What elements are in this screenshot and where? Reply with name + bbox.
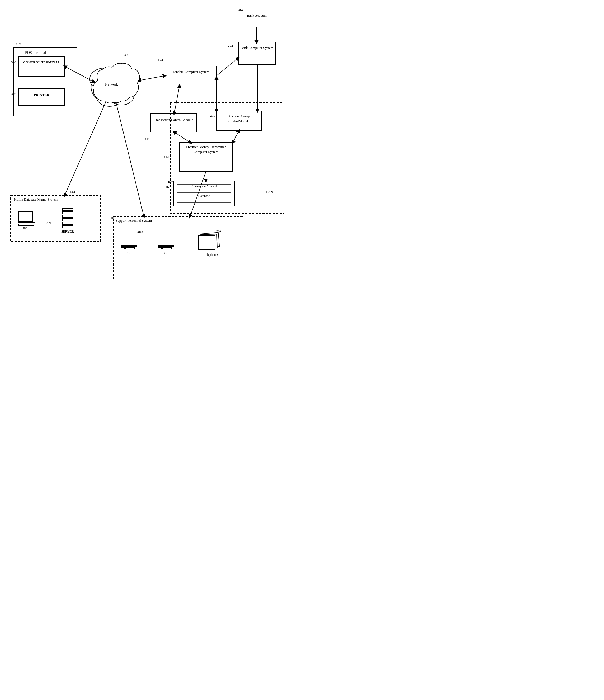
ref-312: 312 bbox=[70, 190, 75, 194]
transaction-account-top: Transaction Account bbox=[177, 184, 231, 188]
ref-302: 302 bbox=[158, 57, 163, 62]
bank-account-box: Bank Account bbox=[242, 13, 272, 18]
svg-line-21 bbox=[139, 76, 165, 80]
svg-line-31 bbox=[116, 103, 144, 217]
svg-point-4 bbox=[90, 68, 119, 90]
ref-202: 202 bbox=[228, 44, 233, 48]
ref-316: 316 bbox=[164, 185, 169, 189]
svg-rect-1 bbox=[19, 57, 65, 77]
svg-line-22 bbox=[217, 58, 238, 76]
svg-point-3 bbox=[91, 70, 136, 104]
pc-icon-support-b bbox=[158, 235, 174, 249]
svg-rect-10 bbox=[240, 10, 273, 27]
ref-306: 306 bbox=[11, 60, 16, 65]
pc-icon-support-a bbox=[121, 235, 137, 249]
svg-rect-8 bbox=[165, 66, 217, 86]
svg-line-25 bbox=[174, 86, 179, 114]
pc-label-support-b: PC bbox=[162, 251, 167, 255]
pc-label-support-a: PC bbox=[126, 251, 130, 255]
ref-310a: 310a bbox=[137, 230, 143, 233]
control-terminal-box: CONTROL TERMINAL bbox=[21, 60, 62, 65]
printer-box: PRINTER bbox=[21, 93, 62, 97]
tandem-box: Tandem Computer System bbox=[167, 69, 215, 74]
ref-211: 211 bbox=[145, 137, 150, 142]
server-icon bbox=[62, 208, 73, 228]
lan-main-label: LAN bbox=[266, 190, 273, 194]
svg-point-7 bbox=[109, 85, 134, 105]
svg-line-20 bbox=[65, 67, 94, 82]
transaction-control-box: Transaction Control Module bbox=[152, 118, 195, 122]
diagram: 112 POS Terminal CONTROL TERMINAL 306 PR… bbox=[0, 0, 302, 350]
svg-point-6 bbox=[96, 86, 123, 106]
pc-label-profile: PC bbox=[23, 226, 27, 230]
ref-303: 303 bbox=[124, 53, 129, 57]
support-personnel-label: Support Personnel System bbox=[116, 219, 152, 223]
svg-line-27 bbox=[174, 132, 190, 143]
profile-db-label: Profile Database Mgmt. System bbox=[14, 197, 57, 202]
transaction-account-bottom: Database bbox=[177, 194, 231, 198]
licensed-money-box: Licensed Money Transmitter Computer Syst… bbox=[181, 145, 231, 154]
bank-computer-box: Bank Computer System bbox=[240, 45, 274, 50]
pos-terminal-label: POS Terminal bbox=[25, 51, 46, 55]
ref-304: 304 bbox=[11, 92, 16, 96]
svg-rect-0 bbox=[14, 48, 77, 116]
telephones-label: Telephones bbox=[199, 253, 223, 257]
telephones-icon bbox=[198, 233, 222, 251]
ref-204: 204 bbox=[237, 8, 243, 12]
ref-112: 112 bbox=[16, 42, 21, 47]
svg-rect-11 bbox=[150, 114, 197, 132]
ref-310: 310 bbox=[109, 216, 114, 220]
ref-210: 210 bbox=[210, 114, 216, 118]
server-label: SERVER bbox=[61, 230, 74, 233]
svg-line-28 bbox=[233, 131, 239, 143]
ref-310b: 310b bbox=[217, 230, 222, 233]
svg-line-30 bbox=[65, 102, 106, 195]
ref-102: 102 bbox=[168, 180, 173, 184]
ref-214: 214 bbox=[164, 155, 169, 159]
pc-icon-profile bbox=[19, 211, 35, 226]
account-sweep-box: Account Sweep ControlModule bbox=[218, 114, 260, 124]
network-label: Network bbox=[105, 82, 118, 86]
